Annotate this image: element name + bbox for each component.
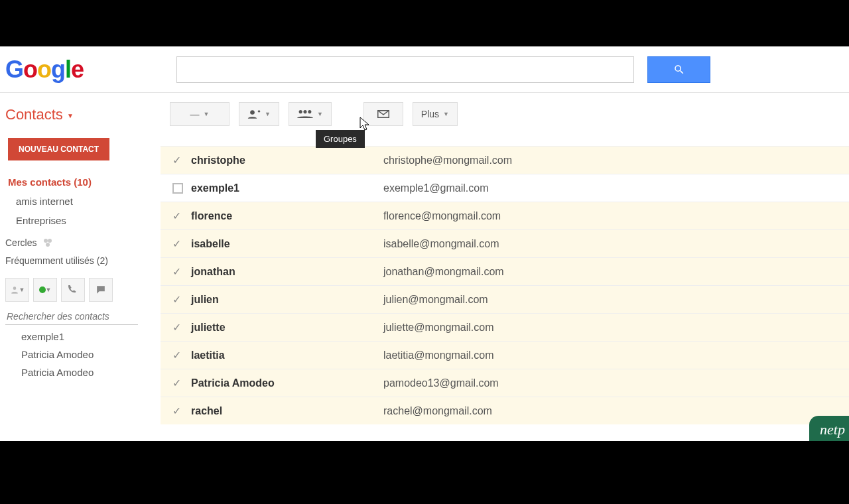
toolbar: —▼ ▼ ▼ Plus ▼ Groupes <box>161 102 849 134</box>
contact-name: florence <box>191 210 383 222</box>
logo-letter: l <box>65 56 71 83</box>
hangouts-search <box>5 308 138 325</box>
contact-row[interactable]: ✓isabelleisabelle@mongmail.com <box>161 229 849 257</box>
svg-point-6 <box>303 110 306 113</box>
hangouts-profile-button[interactable]: ▼ <box>5 278 29 302</box>
page-title-dropdown[interactable]: Contacts ▼ <box>3 106 161 138</box>
svg-point-2 <box>46 243 50 247</box>
svg-point-3 <box>13 286 16 290</box>
contact-email: juliette@mongmail.com <box>383 322 494 334</box>
hangouts-call-button[interactable] <box>61 278 85 302</box>
logo-letter: G <box>5 56 23 83</box>
caret-down-icon: ▼ <box>19 286 25 293</box>
hangouts-chat-button[interactable] <box>89 278 113 302</box>
contact-row[interactable]: exemple1exemple1@gmail.com <box>161 174 849 202</box>
hangouts-list-item[interactable]: Patricia Amodeo <box>3 363 161 381</box>
more-button-label: Plus <box>421 109 439 119</box>
envelope-icon <box>377 110 389 118</box>
select-all-button[interactable]: —▼ <box>170 102 229 126</box>
contact-row[interactable]: ✓julienjulien@mongmail.com <box>161 285 849 313</box>
checkbox-checked-icon[interactable]: ✓ <box>172 293 191 306</box>
logo-letter: o <box>37 56 51 83</box>
sidebar-item-circles[interactable]: Cercles <box>3 237 161 249</box>
header: Google <box>0 46 849 93</box>
hangouts-list: exemple1 Patricia Amodeo Patricia Amodeo <box>3 328 161 381</box>
contact-row[interactable]: ✓laetitialaetitia@mongmail.com <box>161 341 849 369</box>
contact-name: julien <box>191 294 383 306</box>
checkbox-checked-icon[interactable]: ✓ <box>172 405 191 417</box>
contact-list: ✓christophechristophe@mongmail.comexempl… <box>161 146 849 424</box>
svg-point-1 <box>48 239 52 243</box>
checkbox-checked-icon[interactable]: ✓ <box>172 349 191 361</box>
new-contact-button[interactable]: NOUVEAU CONTACT <box>8 138 109 160</box>
contact-row[interactable]: ✓jonathanjonathan@mongmail.com <box>161 257 849 285</box>
caret-down-icon: ▼ <box>443 111 449 117</box>
checkbox-checked-icon[interactable]: ✓ <box>172 321 191 334</box>
contact-name: jonathan <box>191 266 383 278</box>
checkbox-checked-icon[interactable]: ✓ <box>172 265 191 278</box>
groups-button[interactable]: ▼ <box>289 102 332 126</box>
contact-email: isabelle@mongmail.com <box>383 238 499 250</box>
contact-name: christophe <box>191 155 383 166</box>
contact-row[interactable]: ✓juliettejuliette@mongmail.com <box>161 313 849 341</box>
circles-icon <box>42 237 54 249</box>
checkbox-checked-icon[interactable]: ✓ <box>172 237 191 250</box>
svg-point-4 <box>250 110 255 115</box>
watermark: netp <box>809 416 849 441</box>
contact-name: exemple1 <box>191 182 383 194</box>
app-window: Google Contacts ▼ NOUVEAU CONTACT Mes co… <box>0 46 849 441</box>
contact-email: christophe@mongmail.com <box>383 155 512 166</box>
more-button[interactable]: Plus ▼ <box>413 102 458 126</box>
caret-down-icon: ▼ <box>67 112 74 119</box>
spacer <box>341 102 354 134</box>
logo-letter: o <box>23 56 37 83</box>
contact-row[interactable]: ✓florenceflorence@mongmail.com <box>161 202 849 229</box>
contact-name: juliette <box>191 322 383 334</box>
svg-point-7 <box>308 110 311 113</box>
hangouts-list-item[interactable]: exemple1 <box>3 328 161 346</box>
person-add-icon <box>247 109 261 119</box>
checkbox-unchecked-icon[interactable] <box>172 183 183 194</box>
sidebar-item-group[interactable]: Entreprises <box>3 211 161 230</box>
contact-email: exemple1@gmail.com <box>383 182 489 194</box>
logo-letter: e <box>71 56 84 83</box>
search-button[interactable] <box>647 56 710 83</box>
hangouts-status-button[interactable]: ▼ <box>33 278 57 302</box>
sidebar-item-frequent[interactable]: Fréquemment utilisés (2) <box>3 255 161 266</box>
hangouts-list-item[interactable]: Patricia Amodeo <box>3 346 161 363</box>
sidebar-item-group[interactable]: amis internet <box>3 192 161 211</box>
checkbox-checked-icon[interactable]: ✓ <box>172 377 191 389</box>
contact-name: isabelle <box>191 238 383 250</box>
checkbox-checked-icon[interactable]: ✓ <box>172 210 191 222</box>
add-to-contacts-button[interactable]: ▼ <box>239 102 279 126</box>
search-input[interactable] <box>176 56 634 83</box>
minus-icon: — <box>190 109 200 119</box>
contact-row[interactable]: ✓Patricia Amodeopamodeo13@gmail.com <box>161 369 849 397</box>
caret-down-icon: ▼ <box>317 111 323 117</box>
person-icon <box>10 285 19 294</box>
hangouts-toolbar: ▼ ▼ <box>5 278 161 302</box>
contact-row[interactable]: ✓rachelrachel@mongmail.com <box>161 397 849 424</box>
phone-icon <box>68 285 78 294</box>
sidebar-item-my-contacts[interactable]: Mes contacts (10) <box>3 172 161 192</box>
main: Contacts ▼ NOUVEAU CONTACT Mes contacts … <box>0 93 849 441</box>
contact-email: laetitia@mongmail.com <box>383 349 494 361</box>
contact-email: florence@mongmail.com <box>383 210 501 222</box>
contact-name: Patricia Amodeo <box>191 377 383 389</box>
email-button[interactable] <box>363 102 403 126</box>
contact-email: pamodeo13@gmail.com <box>383 377 499 389</box>
caret-down-icon: ▼ <box>46 286 52 293</box>
contact-name: laetitia <box>191 349 383 361</box>
content: —▼ ▼ ▼ Plus ▼ Groupes <box>161 93 849 441</box>
caret-down-icon: ▼ <box>265 111 271 117</box>
checkbox-checked-icon[interactable]: ✓ <box>172 154 191 166</box>
hangouts-search-input[interactable] <box>5 308 138 325</box>
sidebar: Contacts ▼ NOUVEAU CONTACT Mes contacts … <box>0 93 161 441</box>
contact-row[interactable]: ✓christophechristophe@mongmail.com <box>161 146 849 174</box>
google-logo[interactable]: Google <box>5 56 97 84</box>
contact-email: jonathan@mongmail.com <box>383 266 504 278</box>
search-wrap <box>176 56 710 83</box>
logo-letter: g <box>51 56 65 83</box>
contact-email: julien@mongmail.com <box>383 294 488 306</box>
caret-down-icon: ▼ <box>204 111 210 117</box>
